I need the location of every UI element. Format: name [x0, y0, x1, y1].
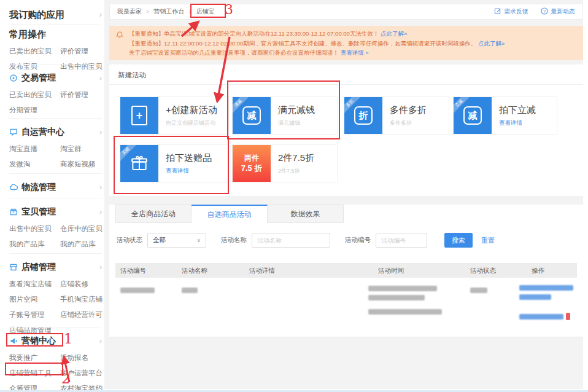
- tab-data-effect[interactable]: 数据效果: [268, 205, 344, 223]
- card-create-new-activity[interactable]: + +创建新活动 自定义创建店铺活动: [120, 96, 229, 135]
- activity-list-panel: 全店商品活动 自选商品活动 数据效果 活动状态 全部 ∨ 活动名称 活动编号 搜…: [109, 205, 583, 337]
- chevron-right-icon: ›: [99, 128, 102, 136]
- sidebar-item[interactable]: 图片空间: [9, 295, 60, 304]
- hot-deal-line2: 7.5 折: [241, 163, 263, 173]
- sidebar-item[interactable]: 我的产品库: [60, 240, 103, 249]
- breadcrumb-seller[interactable]: 我是卖家: [117, 7, 142, 16]
- notice-line: 关于店铺宝设置买赠活动的几点重要注意事项，请商家们务必在设置前仔细阅读！ 查看详…: [129, 48, 577, 58]
- card-instant-reduction[interactable]: 立减 减 拍下立减 查看详情: [453, 96, 557, 135]
- redacted-action-link[interactable]: [519, 294, 551, 300]
- redacted-activity-time: [368, 295, 425, 300]
- table-header: 活动编号 活动名称 活动详情 活动时间 活动状态 操作: [115, 263, 577, 278]
- transaction-icon: [9, 74, 18, 82]
- sidebar-item[interactable]: 分期管理: [9, 106, 60, 115]
- activity-id-input[interactable]: [376, 233, 427, 248]
- notice-link[interactable]: 点此了解»: [381, 30, 407, 37]
- redacted-action-link[interactable]: [519, 314, 563, 319]
- col-activity-detail: 活动详情: [249, 263, 275, 278]
- chevron-right-icon: ›: [99, 337, 102, 345]
- section-title-label: 营销中心: [21, 335, 56, 347]
- sidebar-item[interactable]: 评价管理: [60, 47, 103, 56]
- section-title[interactable]: 宝贝管理 ›: [9, 206, 102, 218]
- fold-glyph-icon: 折: [354, 106, 373, 125]
- card-title: +创建新活动: [166, 104, 228, 116]
- name-filter-label: 活动名称: [221, 236, 247, 245]
- card-title: 满元减钱: [278, 104, 337, 116]
- sidebar-item-marketing-center[interactable]: 营销中心 ›: [9, 335, 102, 347]
- section-title[interactable]: 店铺管理 ›: [9, 261, 102, 273]
- reset-link[interactable]: 重置: [481, 236, 495, 245]
- card-full-reduction[interactable]: 满减 减 满元减钱 满元减钱: [232, 96, 338, 135]
- tab-all-shop-activities[interactable]: 全店商品活动: [115, 205, 191, 223]
- section-title-label: 宝贝管理: [21, 206, 56, 218]
- sidebar-item[interactable]: 活动报名: [60, 353, 103, 363]
- notice-line: 【重要通知】12.11 22:00:00-12.12 02:00:00期间，官方…: [129, 39, 577, 49]
- sidebar-item[interactable]: 客户运营平台: [60, 369, 103, 378]
- card-title: 拍下立减: [499, 104, 557, 116]
- sidebar-header-ordered-apps[interactable]: 我订购的应用 ›: [9, 5, 102, 25]
- sidebar-item[interactable]: 已卖出的宝贝: [9, 90, 60, 100]
- sidebar-item-shop-marketing-tools[interactable]: 店铺营销工具: [9, 369, 60, 378]
- sidebar-item[interactable]: 我的产品库: [9, 240, 60, 249]
- sidebar-section-self-operation: 自运营中心 › 淘宝直播 淘宝群 发微淘 商家短视频: [9, 118, 102, 169]
- tab-selected-goods-activities[interactable]: 自选商品活动: [191, 205, 268, 223]
- card-title: 2件7.5折: [278, 152, 337, 164]
- section-items: 淘宝直播 淘宝群 发微淘 商家短视频: [9, 144, 102, 169]
- feedback-label: 需求反馈: [504, 7, 528, 16]
- create-doc-icon: +: [120, 97, 158, 134]
- sidebar-item[interactable]: 店铺经营许可: [60, 310, 103, 319]
- news-button[interactable]: ? 最新动态: [541, 7, 575, 16]
- sidebar-item[interactable]: 已卖出的宝贝: [9, 47, 60, 56]
- card-two-items-discount[interactable]: 两件 7.5 折 2件7.5折 2件7.5折: [232, 144, 338, 182]
- filter-bar: 活动状态 全部 ∨ 活动名称 活动编号 搜索 重置: [117, 232, 576, 248]
- breadcrumb-marketing-workbench[interactable]: 营销工作台: [153, 7, 184, 16]
- redacted-action-badge: [566, 313, 570, 320]
- breadcrumb-shop-treasure[interactable]: 店铺宝: [196, 7, 215, 16]
- sidebar-item[interactable]: 出售中的宝贝: [9, 224, 60, 233]
- status-select[interactable]: 全部 ∨: [147, 233, 206, 248]
- col-actions: 操作: [532, 263, 544, 278]
- card-multi-discount[interactable]: 多折 折 多件多折 多件多折: [344, 96, 449, 135]
- card-free-gift[interactable]: 买赠 拍下送赠品 查看详情: [120, 144, 229, 182]
- chat-icon: [9, 128, 18, 136]
- section-title[interactable]: 物流管理 ›: [9, 181, 102, 194]
- news-label: 最新动态: [551, 7, 575, 16]
- section-title[interactable]: 自运营中心 ›: [9, 126, 102, 138]
- sidebar-item[interactable]: 查看淘宝店铺: [9, 280, 60, 289]
- view-details-link[interactable]: 查看详情: [499, 119, 557, 127]
- activity-name-input[interactable]: [252, 233, 330, 248]
- feedback-button[interactable]: 需求反馈: [494, 7, 528, 16]
- logistics-icon: [9, 183, 18, 192]
- card-subtitle: 2件7.5折: [278, 167, 337, 175]
- chevron-right-icon: ›: [99, 208, 102, 216]
- notice-link[interactable]: 查看详情 »: [341, 49, 369, 56]
- search-button[interactable]: 搜索: [444, 233, 473, 248]
- sidebar-section-logistics: 物流管理 ›: [9, 173, 102, 194]
- section-title-label: 物流管理: [21, 182, 56, 193]
- svg-text:?: ?: [543, 9, 546, 14]
- sidebar-item[interactable]: 店铺装修: [60, 280, 103, 289]
- sidebar-item[interactable]: 发微淘: [9, 160, 60, 169]
- sidebar-item[interactable]: 淘宝直播: [9, 144, 60, 154]
- sidebar-item[interactable]: 仓库中的宝贝: [60, 224, 103, 233]
- sidebar-item[interactable]: 子账号管理: [9, 310, 60, 319]
- sidebar-item[interactable]: 淘宝群: [60, 144, 102, 154]
- col-activity-name: 活动名称: [182, 263, 207, 278]
- notice-link[interactable]: 点此了解»: [478, 40, 505, 47]
- shop-icon: [9, 263, 18, 272]
- section-title[interactable]: 交易管理 ›: [9, 72, 102, 84]
- redacted-action-link[interactable]: [519, 285, 573, 291]
- notice-text: 【重要通知】12.11 22:00:00-12.12 02:00:00期间，官方…: [129, 40, 476, 47]
- sidebar-item[interactable]: 商家短视频: [60, 160, 102, 169]
- sidebar-item[interactable]: 评价管理: [60, 90, 102, 100]
- feedback-icon: [494, 7, 501, 16]
- status-filter-label: 活动状态: [117, 236, 142, 245]
- sidebar-item[interactable]: 手机淘宝店铺: [60, 295, 103, 304]
- col-activity-id: 活动编号: [120, 263, 146, 278]
- col-activity-time: 活动时间: [378, 263, 404, 278]
- sidebar-item[interactable]: 我要推广: [9, 353, 60, 363]
- sidebar-section-shop-mgmt: 店铺管理 › 查看淘宝店铺 店铺装修 图片空间 手机淘宝店铺 子账号管理 店铺经…: [9, 253, 102, 335]
- view-details-link[interactable]: 查看详情: [166, 167, 228, 175]
- hot-deal-icon: 两件 7.5 折: [233, 145, 271, 182]
- top-actions: 需求反馈 ? 最新动态: [494, 7, 575, 16]
